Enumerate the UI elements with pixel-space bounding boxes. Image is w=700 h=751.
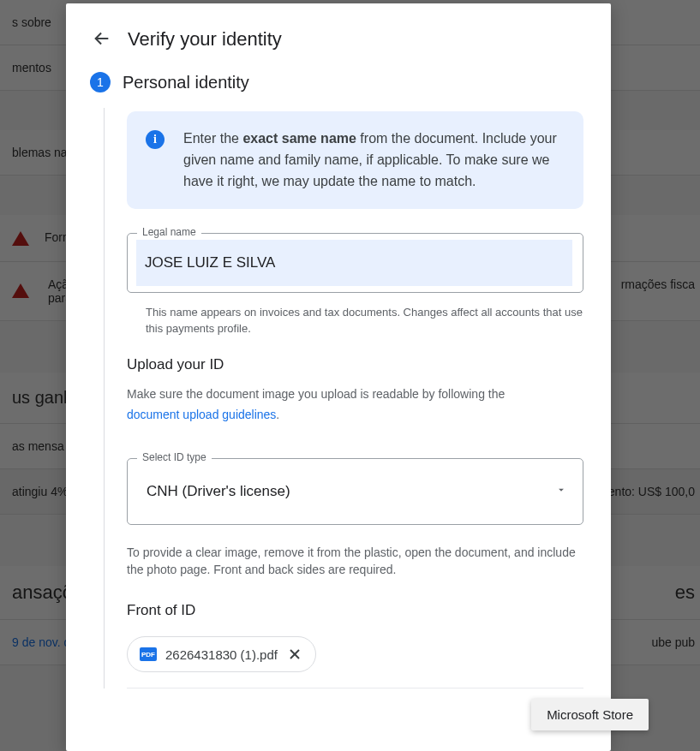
uploaded-file-name: 2626431830 (1).pdf <box>165 647 278 662</box>
upload-description: Make sure the document image you upload … <box>127 385 583 402</box>
front-of-id-heading: Front of ID <box>127 602 583 619</box>
legal-name-helper: This name appears on invoices and tax do… <box>127 300 583 337</box>
upload-guidelines-link[interactable]: document upload guidelines <box>127 408 276 421</box>
step-title: Personal identity <box>123 73 249 92</box>
info-icon: i <box>146 130 165 149</box>
verify-identity-modal: Verify your identity 1 Personal identity… <box>66 3 611 751</box>
legal-name-label: Legal name <box>137 226 201 238</box>
arrow-left-icon <box>93 29 111 51</box>
step-number-badge: 1 <box>90 72 111 92</box>
legal-name-field: Legal name <box>127 233 583 293</box>
chevron-down-icon <box>555 484 567 499</box>
pdf-icon: PDF <box>140 647 157 661</box>
id-type-value: CNH (Driver's license) <box>147 483 290 500</box>
uploaded-file-chip: PDF 2626431830 (1).pdf <box>127 636 316 672</box>
divider <box>127 688 583 688</box>
modal-header: Verify your identity <box>66 3 611 72</box>
remove-file-button[interactable] <box>286 646 303 663</box>
modal-title: Verify your identity <box>128 28 282 51</box>
legal-name-input[interactable] <box>136 240 572 286</box>
id-type-select[interactable]: CNH (Driver's license) <box>127 458 583 525</box>
id-type-hint: To provide a clear image, remove it from… <box>127 544 583 579</box>
upload-heading: Upload your ID <box>127 356 583 373</box>
info-banner: i Enter the exact same name from the doc… <box>127 111 583 209</box>
id-type-label: Select ID type <box>137 451 212 463</box>
microsoft-store-tooltip: Microsoft Store <box>531 699 649 730</box>
back-button[interactable] <box>90 27 114 51</box>
id-type-field: Select ID type CNH (Driver's license) <box>127 458 583 525</box>
info-text: Enter the exact same name from the docum… <box>183 128 565 192</box>
step-header: 1 Personal identity <box>66 72 611 108</box>
